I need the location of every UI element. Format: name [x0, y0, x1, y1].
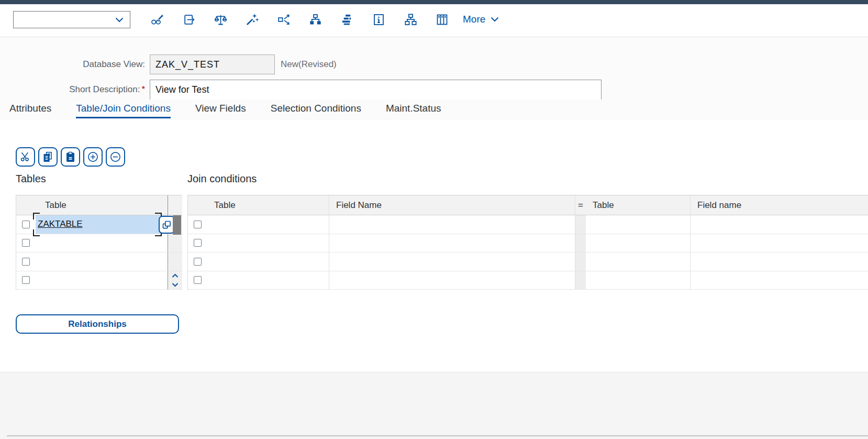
- row-select-cell: [16, 234, 36, 253]
- cut-icon: [19, 151, 31, 163]
- row-checkbox[interactable]: [194, 239, 202, 247]
- footer-area: [0, 373, 868, 439]
- row-checkbox[interactable]: [22, 239, 30, 247]
- join-table1-cell[interactable]: [207, 253, 329, 271]
- row-checkbox[interactable]: [194, 276, 202, 284]
- technical-info-icon: [372, 13, 386, 27]
- join-field1-cell[interactable]: [329, 215, 575, 234]
- vertical-scrollbar-thumb[interactable]: [173, 215, 181, 235]
- tab-content-panel: Tables Join conditions Table ZAKTABLE: [0, 120, 868, 372]
- structure-button[interactable]: [402, 10, 419, 28]
- structure-icon: [404, 13, 418, 27]
- scroll-down-button[interactable]: [170, 280, 180, 289]
- runtime-object-button[interactable]: [433, 10, 451, 28]
- chevron-down-icon: [491, 17, 499, 22]
- consistency-check-button[interactable]: [212, 10, 229, 28]
- footer-divider: [7, 435, 868, 436]
- goto-icon: [182, 13, 196, 27]
- scroll-up-button[interactable]: [170, 271, 180, 280]
- join-table1-cell[interactable]: [207, 215, 329, 234]
- cut-button[interactable]: [16, 147, 35, 167]
- value-help-icon: [161, 220, 172, 231]
- hierarchy-icon: [308, 13, 322, 27]
- join-grid-table1-header: Table: [207, 195, 329, 215]
- join-table2-cell[interactable]: [586, 215, 691, 234]
- chevron-down-icon: [115, 17, 124, 23]
- consistency-check-icon: [214, 13, 228, 27]
- row-checkbox[interactable]: [22, 258, 30, 266]
- join-field2-cell[interactable]: [691, 234, 868, 253]
- row-checkbox[interactable]: [194, 221, 202, 228]
- paste-button[interactable]: [61, 147, 80, 167]
- join-grid-equals-header: =: [575, 195, 586, 215]
- row-select-cell: [16, 253, 36, 271]
- table-name-cell[interactable]: [36, 271, 168, 290]
- display-levels-icon: [340, 13, 354, 27]
- join-table1-cell[interactable]: [207, 234, 329, 253]
- tables-grid-select-header: [16, 195, 36, 215]
- insert-row-button[interactable]: [83, 147, 103, 167]
- join-equals-cell: [575, 271, 586, 290]
- row-select-cell: [188, 215, 207, 234]
- table-name-cell[interactable]: [36, 234, 168, 253]
- table-name-cell[interactable]: ZAKTABLE: [36, 215, 168, 234]
- row-checkbox[interactable]: [22, 276, 30, 284]
- plus-circle-icon: [87, 151, 99, 163]
- join-grid-select-header: [188, 195, 207, 215]
- tables-section-title: Tables: [16, 173, 46, 185]
- relationships-button[interactable]: Relationships: [16, 314, 179, 334]
- database-view-label: Database View:: [0, 59, 145, 70]
- more-button[interactable]: More: [463, 10, 499, 28]
- join-field2-cell[interactable]: [691, 215, 868, 234]
- tables-grid: Table ZAKTABLE: [16, 195, 182, 290]
- tab-maint-status[interactable]: Maint.Status: [386, 100, 441, 118]
- join-table1-cell[interactable]: [207, 271, 329, 290]
- table-name-cell[interactable]: [36, 253, 168, 271]
- minus-circle-icon: [109, 151, 121, 163]
- row-select-cell: [188, 253, 207, 271]
- header-toolbar: More: [0, 4, 868, 37]
- runtime-object-icon: [435, 13, 449, 27]
- join-table2-cell[interactable]: [586, 271, 691, 290]
- command-combobox[interactable]: [13, 11, 130, 28]
- row-checkbox[interactable]: [22, 221, 30, 228]
- row-checkbox[interactable]: [194, 258, 202, 266]
- tab-selection-conditions[interactable]: Selection Conditions: [271, 100, 361, 118]
- join-field1-cell[interactable]: [329, 253, 575, 271]
- join-field2-cell[interactable]: [691, 271, 868, 290]
- where-used-button[interactable]: [275, 10, 293, 28]
- tables-grid-scroll-header: [168, 195, 182, 215]
- goto-button[interactable]: [180, 10, 197, 28]
- paste-icon: [64, 151, 76, 163]
- delete-row-button[interactable]: [106, 147, 125, 167]
- chevron-up-icon: [172, 273, 179, 278]
- join-field2-cell[interactable]: [691, 253, 868, 271]
- more-label: More: [463, 14, 485, 25]
- tab-view-fields[interactable]: View Fields: [195, 100, 246, 118]
- short-description-input[interactable]: [150, 80, 602, 100]
- tables-grid-scroll-track[interactable]: [168, 234, 182, 253]
- join-grid-field1-header: Field Name: [329, 195, 575, 215]
- join-field1-cell[interactable]: [329, 271, 575, 290]
- display-change-button[interactable]: [148, 10, 166, 28]
- join-conditions-grid: Table Field Name = Table Field name: [187, 195, 868, 290]
- join-table2-cell[interactable]: [586, 253, 691, 271]
- tables-grid-scroll-track[interactable]: [168, 253, 182, 271]
- database-view-field[interactable]: ZAK_V_TEST: [150, 54, 275, 74]
- display-levels-button[interactable]: [338, 10, 356, 28]
- row-select-cell: [16, 215, 36, 234]
- join-field1-cell[interactable]: [329, 234, 575, 253]
- row-select-cell: [16, 271, 36, 290]
- activate-button[interactable]: [243, 10, 261, 28]
- join-equals-cell: [575, 215, 586, 234]
- join-grid-table2-header: Table: [586, 195, 691, 215]
- join-table2-cell[interactable]: [586, 234, 691, 253]
- tab-attributes[interactable]: Attributes: [9, 100, 51, 118]
- copy-button[interactable]: [38, 147, 58, 167]
- tab-table-join-conditions[interactable]: Table/Join Conditions: [76, 100, 171, 118]
- copy-icon: [42, 151, 54, 163]
- row-select-cell: [188, 271, 207, 290]
- hierarchy-button[interactable]: [306, 10, 324, 28]
- technical-info-button[interactable]: [370, 10, 387, 28]
- tables-grid-table-header: Table: [36, 195, 168, 215]
